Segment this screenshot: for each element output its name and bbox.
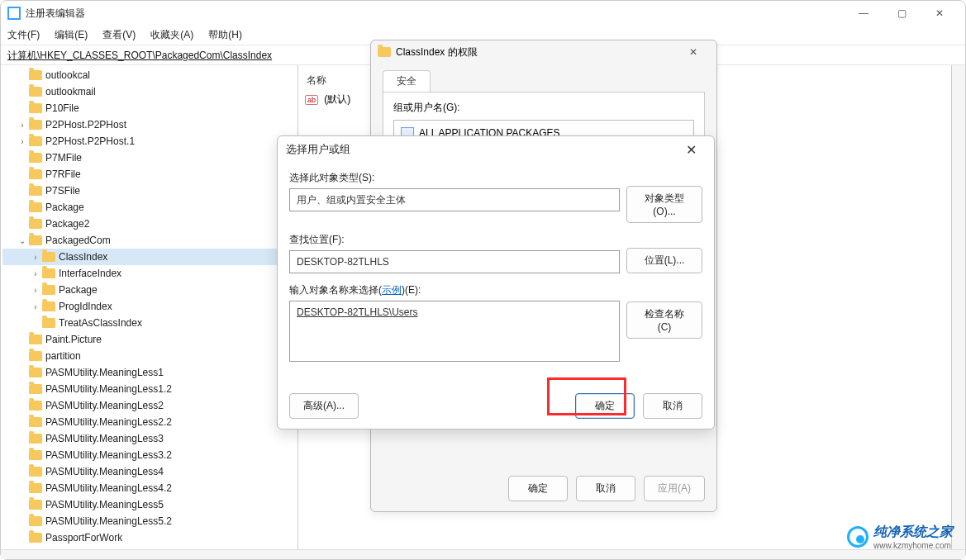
chevron-right-icon[interactable] [29,253,42,262]
permissions-titlebar: ClassIndex 的权限 ✕ [371,40,716,64]
tree-item-label: PASMUtility.MeaningLess2.2 [45,416,172,428]
tree-item-p10file[interactable]: P10File [2,100,296,116]
tree-item-label: PASMUtility.MeaningLess4.2 [45,482,172,494]
permissions-close-button[interactable]: ✕ [677,46,710,58]
watermark-logo-icon [847,526,868,548]
chevron-right-icon[interactable] [29,286,42,295]
close-button[interactable]: ✕ [921,1,959,26]
tree-item-label: PASMUtility.MeaningLess1 [45,367,164,378]
tree-item-pasmutility-meaningless2-2[interactable]: PASMUtility.MeaningLess2.2 [2,414,296,430]
minimize-button[interactable]: — [845,1,883,26]
tree-item-label: P2PHost.P2PHost.1 [45,135,135,147]
tree-item-package[interactable]: Package [2,199,296,216]
permissions-apply-button[interactable]: 应用(A) [644,476,705,501]
tree-item-p2phost-p2phost[interactable]: P2PHost.P2PHost [2,116,296,133]
folder-icon [42,301,55,311]
tabs: 安全 [383,70,705,93]
address-text: 计算机\HKEY_CLASSES_ROOT\PackagedCom\ClassI… [7,50,272,61]
tree-item-pasmutility-meaningless2[interactable]: PASMUtility.MeaningLess2 [2,397,296,414]
folder-icon [29,500,42,510]
folder-icon [29,533,42,543]
tree-item-label: PASMUtility.MeaningLess1.2 [45,383,172,395]
tree-item-partition[interactable]: partition [2,348,296,364]
location-label: 查找位置(F): [289,233,620,247]
folder-icon [42,285,55,295]
folder-icon [29,186,42,196]
object-type-field[interactable] [289,188,620,211]
tree-item-pasmutility-meaningless1-2[interactable]: PASMUtility.MeaningLess1.2 [2,381,296,397]
permissions-cancel-button[interactable]: 取消 [576,476,635,501]
tree-item-label: PackagedCom [45,235,111,246]
horizontal-scrollbar[interactable] [1,549,965,559]
folder-icon [29,401,42,411]
select-dialog-title: 选择用户或组 [286,142,350,157]
value-name: (默认) [324,93,350,105]
folder-icon [29,516,42,526]
tree-pane[interactable]: outlookcaloutlookmailP10FileP2PHost.P2PH… [1,65,298,549]
tree-item-package[interactable]: Package [2,282,296,298]
tree-item-label: PASMUtility.MeaningLess5 [45,499,164,510]
folder-icon [29,202,42,212]
tree-item-pasmutility-meaningless4-2[interactable]: PASMUtility.MeaningLess4.2 [2,480,296,496]
tree-item-progidindex[interactable]: ProgIdIndex [2,298,296,315]
locations-button[interactable]: 位置(L)... [626,248,702,273]
permissions-ok-button[interactable]: 确定 [508,476,568,501]
tree-item-passportforwork[interactable]: PassportForWork [2,529,296,546]
menu-view[interactable]: 查看(V) [102,28,136,42]
tree-item-pasmutility-meaningless5[interactable]: PASMUtility.MeaningLess5 [2,496,296,513]
tree-item-label: Package2 [45,218,89,230]
folder-icon [29,384,42,394]
object-types-button[interactable]: 对象类型(O)... [626,186,702,223]
tree-item-interfaceindex[interactable]: InterfaceIndex [2,265,296,282]
advanced-button[interactable]: 高级(A)... [289,393,359,419]
tree-item-label: PASMUtility.MeaningLess3.2 [45,449,172,461]
tab-security[interactable]: 安全 [383,70,431,92]
menu-help[interactable]: 帮助(H) [208,28,242,42]
menu-favorites[interactable]: 收藏夹(A) [150,28,193,42]
tree-item-label: PassportForWork [45,532,122,543]
watermark: 纯净系统之家 www.kzmyhome.com [847,524,953,550]
object-type-label: 选择此对象类型(S): [289,171,620,185]
tree-item-packagedcom[interactable]: PackagedCom [2,232,296,249]
tree-item-label: PASMUtility.MeaningLess5.2 [45,515,172,527]
chevron-right-icon[interactable] [29,302,42,311]
folder-icon [29,368,42,377]
tree-item-outlookcal[interactable]: outlookcal [2,67,296,83]
tree-item-treatasclassindex[interactable]: TreatAsClassIndex [2,315,296,331]
tree-item-label: PASMUtility.MeaningLess4 [45,466,164,477]
select-ok-button[interactable]: 确定 [575,393,635,419]
select-dialog-close-button[interactable]: ✕ [676,142,706,158]
tree-item-paint-picture[interactable]: Paint.Picture [2,331,296,348]
tree-item-p7rfile[interactable]: P7RFile [2,166,296,183]
examples-link[interactable]: 示例 [382,284,402,296]
chevron-down-icon[interactable] [16,236,29,245]
tree-item-pasmutility-meaningless4[interactable]: PASMUtility.MeaningLess4 [2,463,296,480]
folder-icon [29,87,42,97]
tree-item-p7mfile[interactable]: P7MFile [2,149,296,166]
maximize-button[interactable]: ▢ [883,1,921,26]
chevron-right-icon[interactable] [16,137,29,146]
menu-edit[interactable]: 编辑(E) [55,28,88,42]
chevron-right-icon[interactable] [29,269,42,278]
tree-item-pasmutility-meaningless3[interactable]: PASMUtility.MeaningLess3 [2,430,296,447]
folder-icon [29,235,42,245]
menu-file[interactable]: 文件(F) [7,28,40,42]
tree-item-package2[interactable]: Package2 [2,216,296,232]
tree-item-pasmutility-meaningless1[interactable]: PASMUtility.MeaningLess1 [2,364,296,381]
object-names-field[interactable]: DESKTOP-82TLHLS\Users [289,301,620,362]
titlebar: 注册表编辑器 — ▢ ✕ [1,1,965,26]
tree-item-outlookmail[interactable]: outlookmail [2,83,296,100]
check-names-button[interactable]: 检查名称(C) [626,301,702,339]
tree-item-pasmutility-meaningless5-2[interactable]: PASMUtility.MeaningLess5.2 [2,513,296,529]
select-cancel-button[interactable]: 取消 [643,393,702,419]
tree-item-p2phost-p2phost-1[interactable]: P2PHost.P2PHost.1 [2,133,296,149]
location-field[interactable] [289,250,620,273]
tree-item-pasmutility-meaningless3-2[interactable]: PASMUtility.MeaningLess3.2 [2,447,296,463]
group-or-user-label: 组或用户名(G): [393,101,694,115]
tree-item-p7sfile[interactable]: P7SFile [2,183,296,199]
folder-icon [29,136,42,146]
chevron-right-icon[interactable] [16,121,29,130]
folder-icon [29,417,42,427]
tree-item-label: TreatAsClassIndex [59,317,142,329]
tree-item-classindex[interactable]: ClassIndex [2,249,296,265]
